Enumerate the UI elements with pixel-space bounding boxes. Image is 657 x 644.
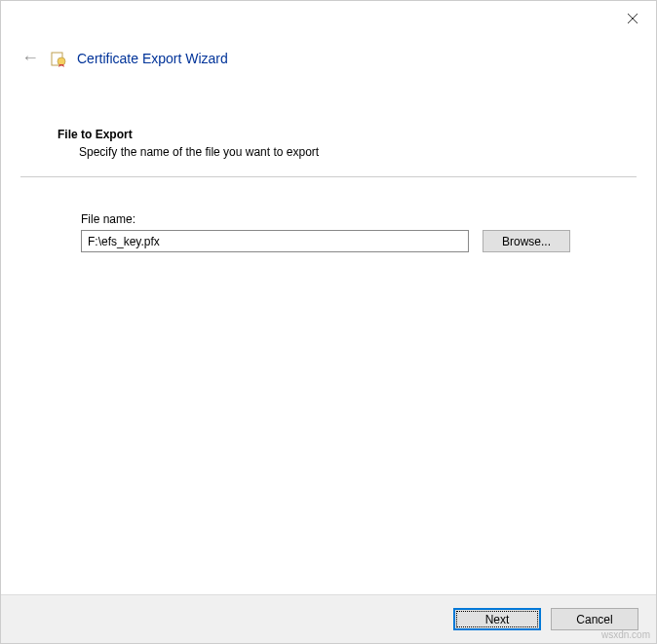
divider xyxy=(20,176,637,177)
section-subheading: Specify the name of the file you want to… xyxy=(79,145,637,159)
svg-point-3 xyxy=(58,57,65,65)
close-button[interactable] xyxy=(623,9,642,28)
back-arrow-icon: ← xyxy=(20,48,40,68)
filename-label: File name: xyxy=(81,212,637,226)
cancel-button[interactable]: Cancel xyxy=(551,608,638,630)
content-area: File to Export Specify the name of the f… xyxy=(20,128,637,252)
certificate-icon xyxy=(50,50,67,67)
browse-button[interactable]: Browse... xyxy=(483,230,570,252)
wizard-title: Certificate Export Wizard xyxy=(77,51,228,66)
footer-bar: Next Cancel xyxy=(1,594,656,643)
next-button[interactable]: Next xyxy=(453,608,541,630)
filename-input[interactable] xyxy=(81,230,469,252)
wizard-header: ← Certificate Export Wizard xyxy=(20,48,228,68)
section-heading: File to Export xyxy=(58,128,637,141)
filename-row: Browse... xyxy=(81,230,637,252)
